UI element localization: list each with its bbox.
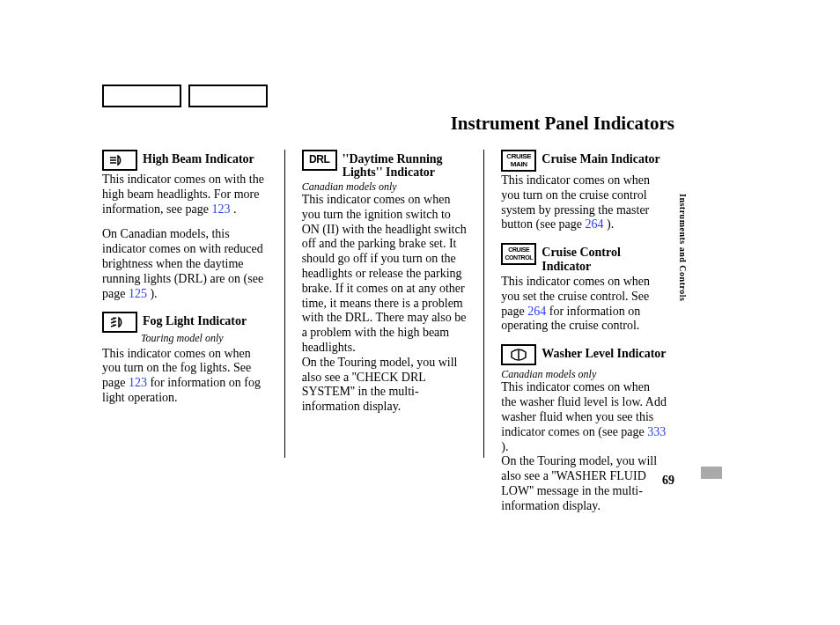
drl-header: DRL ''Daytime Running Lights'' Indicator (302, 150, 468, 180)
header-button-left[interactable] (102, 85, 181, 107)
fog-light-header: Fog Light Indicator (102, 312, 269, 333)
page-link-264a[interactable]: 264 (586, 217, 604, 231)
column-2: DRL ''Daytime Running Lights'' Indicator… (302, 150, 484, 525)
column-3: CRUISEMAIN Cruise Main Indicator This in… (501, 150, 683, 525)
drl-icon: DRL (302, 150, 337, 171)
text: ). (604, 217, 615, 231)
washer-p1: This indicator comes on when the washer … (501, 380, 667, 454)
washer-p2: On the Touring model, you will also see … (501, 454, 667, 513)
cruise-control-header: CRUISECONTROL Cruise Control Indicator (501, 243, 667, 273)
text: ). (501, 440, 508, 453)
washer-note: Canadian models only (501, 369, 667, 380)
text: On Canadian models, this indicator comes… (102, 227, 263, 299)
drl-title: ''Daytime Running Lights'' Indicator (343, 150, 468, 180)
fog-light-title: Fog Light Indicator (143, 312, 247, 327)
cruise-main-header: CRUISEMAIN Cruise Main Indicator (501, 150, 667, 172)
fog-light-icon (102, 312, 137, 333)
text: This indicator comes on when the washer … (501, 380, 667, 438)
fog-light-p1: This indicator comes on when you turn on… (102, 347, 269, 406)
header-button-right[interactable] (188, 85, 268, 107)
cruise-main-p1: This indicator comes on when you turn on… (501, 173, 667, 232)
washer-header: Washer Level Indicator (501, 344, 667, 365)
drl-p1: This indicator comes on when you turn th… (302, 193, 468, 356)
page-link-123[interactable]: 123 (211, 202, 230, 216)
cruise-main-title: Cruise Main Indicator (542, 150, 660, 165)
text: . (230, 202, 236, 216)
column-separator-1 (284, 150, 286, 458)
text: This indicator comes on with the high be… (102, 173, 264, 216)
high-beam-p2: On Canadian models, this indicator comes… (102, 227, 269, 301)
page-link-123b[interactable]: 123 (129, 376, 147, 389)
cruise-control-title: Cruise Control Indicator (542, 243, 667, 273)
page-link-264b[interactable]: 264 (527, 305, 546, 318)
column-separator-2 (483, 150, 485, 458)
section-tab-marker (701, 467, 722, 479)
cruise-control-icon: CRUISECONTROL (501, 243, 536, 265)
cruise-main-icon: CRUISEMAIN (501, 150, 536, 172)
text: ). (147, 287, 158, 300)
text: This indicator comes on when you turn on… (501, 173, 650, 231)
high-beam-p1: This indicator comes on with the high be… (102, 173, 269, 217)
high-beam-icon (102, 150, 137, 171)
cruise-control-p1: This indicator comes on when you set the… (501, 275, 667, 334)
fog-light-note: Touring model only (141, 333, 269, 344)
high-beam-title: High Beam Indicator (143, 150, 254, 165)
page-link-125[interactable]: 125 (129, 287, 147, 300)
drl-note: Canadian models only (302, 181, 468, 193)
page-title: Instrument Panel Indicators (451, 113, 674, 135)
page: Instrument Panel Indicators Instruments … (0, 0, 840, 625)
fog-light-title-block: Fog Light Indicator (143, 312, 247, 327)
content-columns: High Beam Indicator This indicator comes… (102, 150, 683, 525)
column-1: High Beam Indicator This indicator comes… (102, 150, 284, 525)
washer-title: Washer Level Indicator (542, 344, 666, 360)
page-link-333[interactable]: 333 (647, 425, 666, 438)
high-beam-header: High Beam Indicator (102, 150, 269, 171)
drl-p2: On the Touring model, you will also see … (302, 356, 468, 415)
washer-icon (501, 344, 536, 365)
